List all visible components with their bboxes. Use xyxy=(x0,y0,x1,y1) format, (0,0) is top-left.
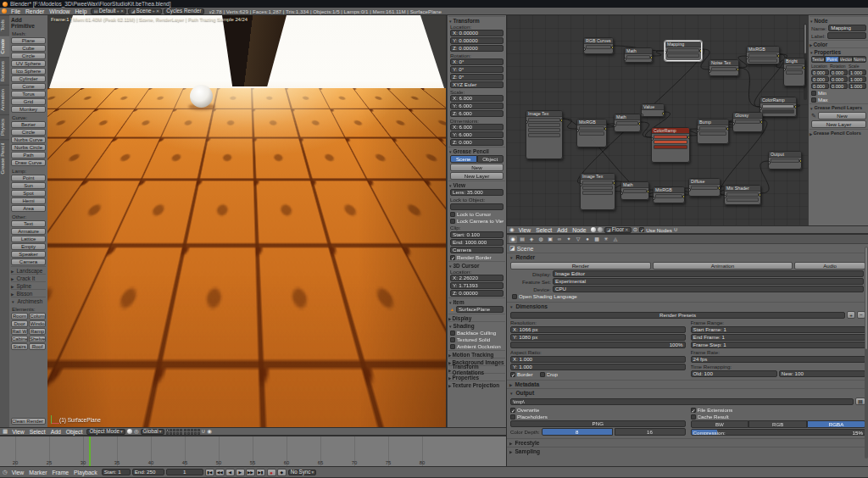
mapping-min-checkbox[interactable] xyxy=(811,91,816,96)
scene-add-icon[interactable]: + xyxy=(152,8,154,14)
timeline-end-field[interactable]: End: 250 xyxy=(132,469,164,475)
scale-z-field[interactable]: Z: 6.000 xyxy=(450,110,504,117)
location-y-field[interactable]: Y: 0.00000 xyxy=(450,37,504,44)
snap-magnet-icon[interactable]: ∪ xyxy=(202,428,206,435)
node-name-field[interactable]: Mapping xyxy=(828,25,866,31)
panel-header-3d-cursor[interactable]: 3D Cursor xyxy=(448,261,505,269)
dimensions-z-field[interactable]: Z: 0.000 xyxy=(450,139,504,146)
archimesh-colum-button[interactable]: Colum xyxy=(29,313,46,320)
output-socket-icon[interactable] xyxy=(759,193,761,197)
add-plane-button[interactable]: Plane xyxy=(11,37,46,44)
add-sun-button[interactable]: Sun xyxy=(11,182,46,189)
add-nurbs-circle-button[interactable]: Nurbs Circle xyxy=(11,144,46,151)
output-socket-icon[interactable] xyxy=(737,68,739,71)
rotation-z-field[interactable]: Z: 0° xyxy=(450,74,504,81)
output-socket-icon[interactable] xyxy=(613,181,615,185)
layer-dot[interactable] xyxy=(187,429,190,431)
device-dropdown[interactable]: CPU xyxy=(553,286,864,292)
archimesh-door-button[interactable]: Door xyxy=(11,320,28,327)
properties-tab-object-icon[interactable]: ▣ xyxy=(546,236,554,243)
node-mix-shader[interactable]: Mix Shader xyxy=(724,185,761,205)
overwrite-checkbox[interactable] xyxy=(510,408,515,413)
add-area-button[interactable]: Area xyxy=(11,205,46,212)
mapping-scale-y[interactable]: 1.000 xyxy=(849,76,866,82)
output-socket-icon[interactable] xyxy=(777,54,780,58)
lock-object-field[interactable] xyxy=(450,203,504,210)
view3d-menu-select[interactable]: Select xyxy=(27,429,48,435)
transport-button-0[interactable]: ▮◀ xyxy=(205,469,214,476)
add-cube-button[interactable]: Cube xyxy=(11,45,46,52)
add-camera-button[interactable]: Camera xyxy=(11,258,46,265)
layer-dot[interactable] xyxy=(170,432,172,435)
scale-y-field[interactable]: Y: 6.000 xyxy=(450,103,504,109)
preset-add-button[interactable]: + xyxy=(847,311,855,319)
shelf-tab-animation[interactable]: Animation xyxy=(0,85,9,114)
node-mixrgb[interactable]: MixRGB xyxy=(746,46,780,64)
item-name-field[interactable]: SurfacePlane xyxy=(456,306,504,313)
gp-scene-toggle[interactable]: Scene xyxy=(450,155,477,163)
layer-dot[interactable] xyxy=(180,432,182,435)
panel-header-display[interactable]: Display xyxy=(448,314,505,321)
node-menu-view[interactable]: View xyxy=(516,227,534,233)
input-socket-icon[interactable] xyxy=(624,58,626,61)
rgba-button[interactable]: RGBA xyxy=(807,420,865,428)
lens-field[interactable]: Lens: 35.000 xyxy=(450,189,504,196)
textured-solid-checkbox[interactable] xyxy=(450,337,455,342)
node-diffuse[interactable]: Diffuse xyxy=(688,178,721,197)
add-uv-sphere-button[interactable]: UV Sphere xyxy=(11,60,46,67)
pivot-center-icon[interactable]: ◎ xyxy=(134,428,139,435)
node-math[interactable]: Math xyxy=(614,114,641,132)
remap-old-field[interactable]: Old: 100 xyxy=(691,370,777,377)
shelf-tab-physics[interactable]: Physics xyxy=(0,114,9,139)
node-snap-magnet-icon[interactable]: ∪ xyxy=(674,226,678,233)
rotation-x-field[interactable]: X: 0° xyxy=(450,58,504,65)
render-button[interactable]: Render xyxy=(510,262,651,270)
lock-cursor-checkbox[interactable] xyxy=(450,212,455,217)
add-cylinder-button[interactable]: Cylinder xyxy=(11,75,46,82)
node-bump[interactable]: Bump xyxy=(697,119,729,144)
auto-keyframe-button[interactable]: ◆ xyxy=(277,469,287,476)
screen-layout-selector[interactable]: ▤ Default + ✕ xyxy=(91,8,126,14)
layer-dot[interactable] xyxy=(187,432,190,435)
panel-header-item[interactable]: Item xyxy=(448,297,505,305)
panel-header-gp-colors[interactable]: Grease Pencil Colors xyxy=(810,129,868,136)
panel-header-node-color[interactable]: Color xyxy=(810,40,868,47)
add-nurbs-curve-button[interactable]: Nurbs Curve xyxy=(11,136,46,143)
transport-button-5[interactable]: ▶▮ xyxy=(256,469,265,476)
aspect-y-field[interactable]: Y: 1.000 xyxy=(510,364,686,370)
add-text-button[interactable]: Text xyxy=(11,220,46,227)
tiled-floor-object[interactable] xyxy=(47,88,447,427)
panel-header-transform-orientations[interactable]: Transform Orientations xyxy=(448,365,505,373)
panel-header-grease-pencil[interactable]: Grease Pencil xyxy=(448,147,505,154)
mapping-type-texture[interactable]: Texture xyxy=(811,56,825,63)
panel-header-texture-projection[interactable]: Texture Projection xyxy=(448,381,505,388)
backface-culling-checkbox[interactable] xyxy=(450,331,455,336)
mapping-loc-x[interactable]: 0.000 xyxy=(811,69,829,75)
node-colorramp[interactable]: ColorRamp xyxy=(651,127,690,163)
shelf-tab-tools[interactable]: Tools xyxy=(0,15,9,35)
node-canvas[interactable]: RGB CurvesMathMappingNoise TexMixRGBBrig… xyxy=(507,15,808,225)
scene-selector[interactable]: ◪ Scene + ✕ xyxy=(128,8,162,14)
cursor-x-field[interactable]: X: 2.26020 xyxy=(450,275,504,281)
panel-header-metadata[interactable]: Metadata xyxy=(507,380,868,388)
properties-tab-render-layers-icon[interactable]: ▤ xyxy=(518,236,526,243)
render-border-checkbox[interactable] xyxy=(450,255,455,260)
add-circle-button[interactable]: Circle xyxy=(11,53,46,59)
panel-header-motion-tracking[interactable]: Motion Tracking xyxy=(448,350,505,358)
current-frame-playhead[interactable] xyxy=(89,436,91,466)
crop-checkbox[interactable] xyxy=(540,372,545,377)
node-menu-add[interactable]: Add xyxy=(554,227,570,233)
bw-button[interactable]: BW xyxy=(691,420,749,428)
node-math[interactable]: Math xyxy=(624,47,653,63)
add-draw-curve-button[interactable]: Draw Curve xyxy=(11,159,46,166)
node-value[interactable]: Value xyxy=(641,103,665,117)
archimesh-room-button[interactable]: Room xyxy=(11,313,28,320)
layer-dot[interactable] xyxy=(184,432,186,435)
add-torus-button[interactable]: Torus xyxy=(11,91,46,97)
border-checkbox[interactable] xyxy=(510,372,515,377)
scale-x-field[interactable]: X: 6.000 xyxy=(450,95,504,102)
archimesh-rail-w-button[interactable]: Rail W xyxy=(11,328,28,335)
cache-result-checkbox[interactable] xyxy=(691,414,696,420)
aspect-x-field[interactable]: X: 1.000 xyxy=(510,356,686,363)
mapping-type-point[interactable]: Point xyxy=(825,56,838,63)
